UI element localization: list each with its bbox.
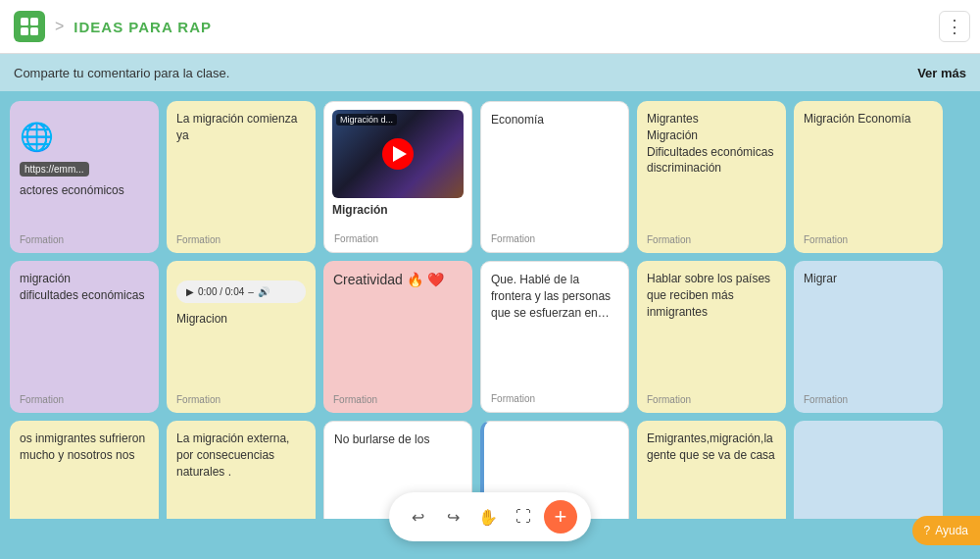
audio-dash: – <box>248 286 254 297</box>
card-body: os inmigrantes sufrieron mucho y nosotro… <box>20 431 149 464</box>
svg-rect-1 <box>30 18 38 25</box>
expand-button[interactable]: ⛶ <box>509 502 538 532</box>
card-label: Formation <box>20 234 64 245</box>
redo-button[interactable]: ↪ <box>438 502 467 532</box>
card-creatividad[interactable]: Creatividad 🔥 ❤️ Formation <box>323 261 472 413</box>
card-body: Hablar sobre los países que reciben más … <box>647 271 776 320</box>
card-inmigrantes-sufrieron[interactable]: os inmigrantes sufrieron mucho y nosotro… <box>10 421 159 519</box>
help-label: Ayuda <box>935 524 968 537</box>
hand-tool-button[interactable]: ✋ <box>473 502 503 532</box>
globe-icon: 🌐 <box>20 121 149 153</box>
card-label: Formation <box>176 394 220 405</box>
audio-time: 0:00 / 0:04 <box>198 286 244 297</box>
card-body: Emigrantes,migración,la gente que se va … <box>647 431 776 464</box>
banner: Comparte tu comentario para la clase. Ve… <box>0 54 980 91</box>
app-logo <box>14 11 45 42</box>
toolbar: ↩ ↪ ✋ ⛶ + <box>389 492 591 541</box>
card-audio-migracion[interactable]: ▶ 0:00 / 0:04 – 🔊 Migracion Formation <box>167 261 316 413</box>
page-title: IDEAS PARA RAP <box>74 19 212 35</box>
play-triangle-icon <box>393 146 407 162</box>
card-economia[interactable]: Economía Formation <box>480 101 629 253</box>
card-body: Que. Hablé de la frontera y las personas… <box>491 272 618 321</box>
card-body: La migración externa, por consecuencias … <box>176 431 306 480</box>
card-body: Economía <box>491 112 618 128</box>
card-label: Formation <box>647 394 691 405</box>
card-label: Formation <box>333 394 377 405</box>
card-label: Formation <box>804 234 848 245</box>
svg-rect-0 <box>21 18 28 25</box>
board: 🌐 https://emm... actores económicos Form… <box>0 91 980 559</box>
audio-play-icon[interactable]: ▶ <box>186 286 194 297</box>
card-body: Migración Economía <box>804 111 933 127</box>
card-empty-2[interactable] <box>794 421 943 519</box>
add-button[interactable]: + <box>544 500 577 534</box>
card-migracion-economia[interactable]: Migración Economía Formation <box>794 101 943 253</box>
card-body: migración dificultades económicas <box>20 271 149 304</box>
card-body: actores económicos <box>20 182 149 199</box>
card-migrar[interactable]: Migrar Formation <box>794 261 943 413</box>
card-migracion-comienza[interactable]: La migración comienza ya Formation <box>167 101 316 253</box>
header-menu-button[interactable]: ⋮ <box>939 11 970 42</box>
card-label: Formation <box>491 393 535 404</box>
svg-rect-3 <box>30 27 38 35</box>
card-label: Formation <box>176 234 220 245</box>
breadcrumb-chevron: > <box>55 18 64 35</box>
card-label: Formation <box>334 233 378 244</box>
card-label: Formation <box>647 234 691 245</box>
help-button[interactable]: ? Ayuda <box>912 516 981 545</box>
banner-text: Comparte tu comentario para la clase. <box>14 66 229 80</box>
card-body: La migración comienza ya <box>176 111 306 144</box>
video-thumbnail: Migración d... <box>332 110 464 198</box>
card-label: Formation <box>20 394 64 405</box>
video-title-overlay: Migración d... <box>336 114 397 126</box>
card-migracion-dificultades[interactable]: migración dificultades económicas Format… <box>10 261 159 413</box>
card-emigrantes-migracion[interactable]: Emigrantes,migración,la gente que se va … <box>637 421 786 519</box>
card-body: Migración <box>332 202 464 219</box>
help-question-icon: ? <box>924 524 931 537</box>
audio-player[interactable]: ▶ 0:00 / 0:04 – 🔊 <box>176 280 306 303</box>
undo-button[interactable]: ↩ <box>403 502 432 532</box>
card-paises-inmigrantes[interactable]: Hablar sobre los países que reciben más … <box>637 261 786 413</box>
card-body: No burlarse de los <box>334 432 462 448</box>
plus-icon: + <box>555 504 567 530</box>
card-link-actores[interactable]: 🌐 https://emm... actores económicos Form… <box>10 101 159 253</box>
play-button[interactable] <box>382 138 414 170</box>
card-body: Migrantes Migración Dificultades económi… <box>647 111 776 177</box>
card-video-migracion[interactable]: Migración d... Migración Formation <box>323 101 472 253</box>
audio-volume-icon[interactable]: 🔊 <box>258 286 270 297</box>
card-body: Migrar <box>804 271 933 287</box>
svg-rect-2 <box>21 27 28 35</box>
card-body: Creatividad 🔥 ❤️ <box>333 271 463 290</box>
card-migrantes-list[interactable]: Migrantes Migración Dificultades económi… <box>637 101 786 253</box>
card-label: Formation <box>804 394 848 405</box>
card-frontera[interactable]: Que. Hablé de la frontera y las personas… <box>480 261 629 413</box>
card-migracion-externa[interactable]: La migración externa, por consecuencias … <box>167 421 316 519</box>
card-body: Migracion <box>176 311 306 328</box>
link-chip: https://emm... <box>20 162 89 177</box>
header: > IDEAS PARA RAP ⋮ <box>0 0 980 54</box>
ver-mas-link[interactable]: Ver más <box>917 66 966 80</box>
card-label: Formation <box>491 233 535 244</box>
